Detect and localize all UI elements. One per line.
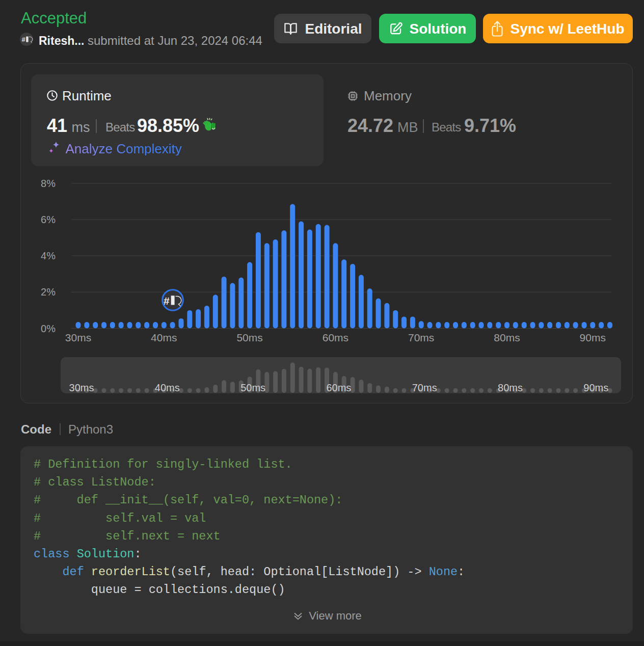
svg-text:30ms: 30ms: [69, 382, 94, 393]
svg-text:8%: 8%: [41, 178, 56, 189]
svg-text:30ms: 30ms: [65, 332, 91, 343]
svg-text:6%: 6%: [41, 214, 56, 225]
svg-text:50ms: 50ms: [240, 382, 265, 393]
svg-text:#: #: [164, 295, 170, 307]
svg-text:60ms: 60ms: [323, 332, 348, 343]
svg-text:70ms: 70ms: [408, 332, 434, 343]
svg-text:90ms: 90ms: [583, 382, 608, 393]
svg-text:80ms: 80ms: [494, 332, 520, 343]
svg-text:4%: 4%: [41, 250, 56, 261]
svg-text:80ms: 80ms: [498, 382, 523, 393]
svg-text:40ms: 40ms: [151, 332, 177, 343]
svg-text:40ms: 40ms: [155, 382, 180, 393]
svg-text:90ms: 90ms: [580, 332, 606, 343]
svg-text:50ms: 50ms: [236, 332, 262, 343]
svg-text:70ms: 70ms: [412, 382, 437, 393]
svg-text:2%: 2%: [41, 286, 56, 298]
svg-text:0%: 0%: [41, 323, 56, 334]
svg-text:60ms: 60ms: [326, 382, 351, 393]
